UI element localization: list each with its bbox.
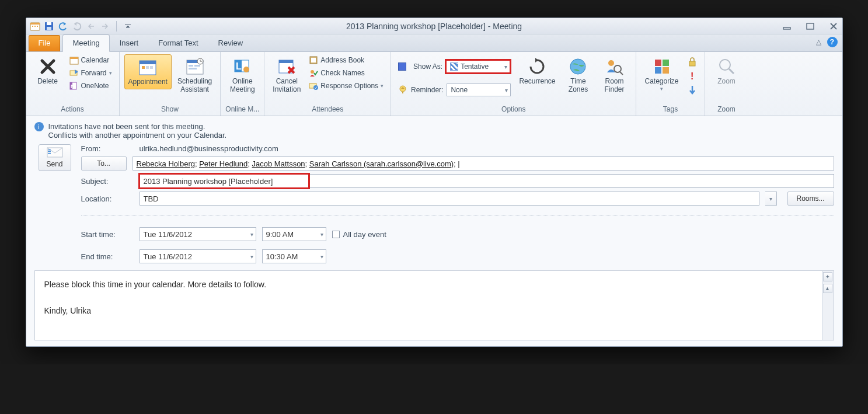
svg-rect-43 bbox=[655, 60, 661, 66]
end-time-label: End time: bbox=[81, 252, 134, 261]
close-button[interactable] bbox=[828, 22, 839, 31]
quick-access-toolbar bbox=[30, 21, 133, 32]
online-meeting-button[interactable]: L Online Meeting bbox=[225, 54, 259, 96]
location-dropdown[interactable]: ▾ bbox=[765, 192, 777, 206]
qat-separator bbox=[116, 21, 117, 32]
location-field[interactable] bbox=[140, 192, 759, 206]
svg-rect-8 bbox=[783, 27, 790, 29]
message-body[interactable]: Please block this time in your calendar.… bbox=[34, 270, 834, 340]
group-tags: Categorize ▾ ! Tags bbox=[636, 52, 705, 116]
ribbon: Delete Calendar Forward ▾ N OneNote bbox=[26, 52, 842, 116]
scroll-up-icon[interactable]: ▲ bbox=[823, 284, 832, 293]
all-day-checkbox[interactable]: All day event bbox=[332, 230, 386, 239]
svg-rect-47 bbox=[689, 61, 695, 66]
scheduling-icon bbox=[185, 57, 205, 76]
svg-point-41 bbox=[608, 60, 614, 66]
prev-item-icon[interactable] bbox=[86, 21, 96, 32]
svg-rect-19 bbox=[146, 66, 149, 69]
next-item-icon[interactable] bbox=[100, 21, 110, 32]
svg-rect-32 bbox=[279, 60, 293, 63]
file-tab[interactable]: File bbox=[29, 35, 61, 51]
group-online-meeting: L Online Meeting Online M... bbox=[221, 52, 264, 116]
start-time-field[interactable]: 9:00 AM bbox=[262, 227, 326, 241]
cancel-invitation-icon bbox=[277, 57, 297, 76]
svg-point-42 bbox=[614, 65, 621, 72]
svg-rect-6 bbox=[47, 22, 51, 25]
start-time-label: Start time: bbox=[81, 230, 134, 239]
to-field[interactable]: Rebecka Holberg; Peter Hedlund; Jacob Ma… bbox=[133, 156, 834, 171]
reminder-dropdown[interactable]: None bbox=[447, 84, 511, 96]
help-icon[interactable]: ? bbox=[827, 37, 838, 47]
private-icon[interactable] bbox=[687, 57, 698, 67]
tab-format-text[interactable]: Format Text bbox=[148, 34, 208, 51]
window-title: 2013 Planning workshop [Placeholder] - M… bbox=[26, 22, 842, 31]
check-names-icon bbox=[309, 68, 318, 78]
low-importance-icon[interactable] bbox=[687, 85, 698, 95]
svg-point-49 bbox=[720, 60, 730, 70]
categorize-button[interactable]: Categorize ▾ bbox=[641, 54, 682, 94]
forward-button[interactable]: Forward ▾ bbox=[67, 67, 114, 79]
svg-text:!: ! bbox=[691, 71, 693, 81]
group-actions: Delete Calendar Forward ▾ N OneNote bbox=[26, 52, 120, 116]
redo-icon[interactable] bbox=[72, 21, 82, 32]
time-zones-button[interactable]: Time Zones bbox=[561, 54, 595, 96]
svg-rect-53 bbox=[48, 153, 51, 154]
reminder-label: Reminder: bbox=[411, 86, 443, 94]
svg-rect-51 bbox=[48, 149, 51, 151]
minimize-button[interactable] bbox=[782, 22, 792, 31]
to-button[interactable]: To... bbox=[81, 156, 127, 171]
undo-icon[interactable] bbox=[58, 21, 68, 32]
outlook-meeting-window: 2013 Planning workshop [Placeholder] - M… bbox=[26, 18, 843, 347]
zoom-icon bbox=[717, 57, 737, 76]
app-icon bbox=[30, 21, 40, 32]
recurrence-button[interactable]: Recurrence bbox=[515, 54, 559, 88]
svg-rect-46 bbox=[663, 67, 669, 74]
end-time-field[interactable]: 10:30 AM bbox=[262, 249, 326, 263]
start-date-field[interactable]: Tue 11/6/2012 bbox=[140, 227, 256, 241]
svg-rect-9 bbox=[807, 23, 814, 29]
globe-icon bbox=[568, 57, 588, 76]
show-as-dropdown[interactable]: Tentative bbox=[446, 60, 510, 73]
address-book-button[interactable]: Address Book bbox=[306, 54, 386, 66]
cancel-invitation-button[interactable]: Cancel Invitation bbox=[269, 54, 304, 96]
response-options-button[interactable]: Response Options ▾ bbox=[306, 80, 386, 92]
send-button[interactable]: Send bbox=[39, 144, 71, 171]
subject-label: Subject: bbox=[81, 177, 134, 186]
tab-insert[interactable]: Insert bbox=[110, 34, 149, 51]
recurrence-icon bbox=[527, 57, 547, 76]
separator bbox=[81, 215, 834, 215]
check-names-button[interactable]: Check Names bbox=[306, 67, 386, 79]
rooms-button[interactable]: Rooms... bbox=[787, 192, 834, 206]
high-importance-icon[interactable]: ! bbox=[687, 71, 698, 81]
scheduling-assistant-button[interactable]: Scheduling Assistant bbox=[174, 54, 215, 96]
onenote-button[interactable]: N OneNote bbox=[67, 80, 114, 92]
end-date-field[interactable]: Tue 11/6/2012 bbox=[140, 249, 256, 263]
ribbon-minimize-icon[interactable]: △ bbox=[816, 38, 821, 46]
save-icon[interactable] bbox=[44, 21, 54, 32]
onenote-icon: N bbox=[69, 81, 79, 91]
zoom-button[interactable]: Zoom bbox=[710, 54, 744, 88]
svg-rect-39 bbox=[402, 92, 403, 93]
svg-rect-17 bbox=[140, 61, 156, 64]
forward-icon bbox=[69, 68, 79, 78]
tab-review[interactable]: Review bbox=[208, 34, 253, 51]
subject-field[interactable] bbox=[140, 174, 309, 188]
svg-rect-23 bbox=[189, 65, 193, 67]
svg-rect-52 bbox=[48, 151, 51, 152]
tab-meeting[interactable]: Meeting bbox=[62, 34, 109, 52]
body-line-2: Kindly, Ulrika bbox=[44, 304, 824, 317]
calendar-button[interactable]: Calendar bbox=[67, 54, 114, 66]
qat-customize-icon[interactable] bbox=[123, 21, 133, 32]
categorize-icon bbox=[652, 57, 672, 76]
from-label: From: bbox=[81, 144, 134, 153]
maximize-button[interactable] bbox=[805, 22, 815, 31]
delete-button[interactable]: Delete bbox=[31, 54, 65, 88]
appointment-button[interactable]: Appointment bbox=[124, 54, 172, 89]
scrollbar[interactable]: ✦ ▲ bbox=[822, 271, 834, 340]
room-finder-button[interactable]: Room Finder bbox=[597, 54, 631, 96]
scroll-tool-icon[interactable]: ✦ bbox=[823, 272, 832, 281]
meeting-form: Send From: ulrika.hedlund@businessproduc… bbox=[26, 144, 842, 346]
svg-point-35 bbox=[311, 70, 314, 74]
info-line-2: Conflicts with another appointment on yo… bbox=[48, 131, 227, 140]
titlebar: 2013 Planning workshop [Placeholder] - M… bbox=[26, 18, 842, 34]
